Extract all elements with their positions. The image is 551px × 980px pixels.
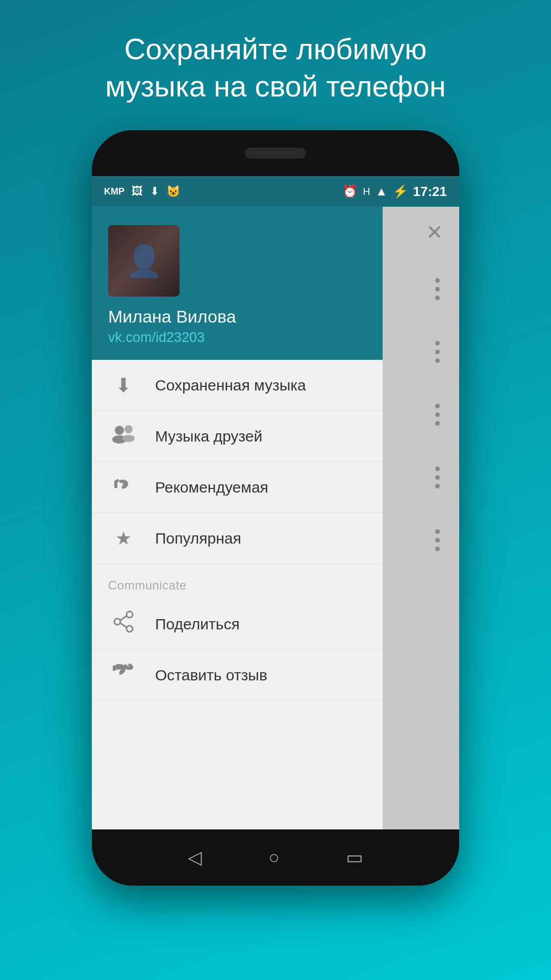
status-icons-right: ⏰ H ▲ ⚡ 17:21 [342,184,447,200]
profile-photo [108,225,180,297]
dot9 [435,421,440,426]
review-label: Оставить отзыв [155,667,267,684]
saved-music-icon: ⬇ [108,374,139,397]
dots-group-2[interactable] [435,341,440,363]
friends-music-icon [108,424,139,448]
close-button[interactable]: ✕ [414,212,455,253]
dot11 [435,475,440,480]
dots-group-1[interactable] [435,278,440,300]
nav-recent-button[interactable] [346,847,363,868]
phone-screen: KMP 🖼 ⬇ 😺 ⏰ H ▲ ⚡ 17:21 Милана Вилова [92,176,459,829]
status-bar: KMP 🖼 ⬇ 😺 ⏰ H ▲ ⚡ 17:21 [92,176,459,207]
popular-icon: ★ [108,528,139,549]
menu-item-recommended[interactable]: Рекомендуемая [92,462,383,513]
svg-point-4 [127,611,133,618]
menu-item-saved-music[interactable]: ⬇ Сохраненная музыка [92,360,383,411]
notify-icon: 😺 [166,185,180,198]
dot3 [435,296,440,300]
svg-line-8 [120,623,127,627]
clock: 17:21 [413,184,447,200]
review-icon [108,662,139,689]
drawer-header: Милана Вилова vk.com/id23203 [92,207,383,360]
communicate-label: Communicate [108,578,187,592]
image-icon: 🖼 [132,185,143,198]
alarm-icon: ⏰ [342,184,358,199]
signal-icon: ▲ [375,184,388,199]
page-heading: Сохраняйте любимую музыка на свой телефо… [64,0,487,130]
nav-back-button[interactable] [188,847,202,868]
dot12 [435,484,440,488]
dot6 [435,358,440,363]
dots-group-5[interactable] [435,529,440,551]
svg-point-0 [115,426,124,435]
menu-item-review[interactable]: Оставить отзыв [92,650,383,701]
profile-name: Милана Вилова [108,307,366,327]
dots-group-3[interactable] [435,404,440,426]
dot15 [435,547,440,551]
battery-icon: ⚡ [393,184,408,199]
nav-home-button[interactable] [268,847,280,868]
dot5 [435,350,440,354]
dot8 [435,412,440,417]
menu-section: ⬇ Сохраненная музыка [92,360,383,829]
phone-speaker [245,148,306,159]
right-panel: ✕ [383,207,459,829]
kmp-icon: KMP [104,186,124,197]
title-line2: музыка на свой телефон [105,69,446,103]
phone-top-bezel [92,130,459,176]
friends-music-label: Музыка друзей [155,428,262,445]
communicate-section-header: Communicate [92,564,383,599]
phone-frame: KMP 🖼 ⬇ 😺 ⏰ H ▲ ⚡ 17:21 Милана Вилова [92,130,459,886]
dots-group-4[interactable] [435,467,440,488]
svg-point-5 [114,619,120,625]
dot14 [435,538,440,543]
status-icons-left: KMP 🖼 ⬇ 😺 [104,185,180,198]
svg-line-7 [120,616,127,620]
screen-body: Милана Вилова vk.com/id23203 ⬇ Сохраненн… [92,207,459,829]
svg-point-6 [127,626,133,632]
download-icon: ⬇ [150,185,159,198]
menu-item-popular[interactable]: ★ Популярная [92,513,383,564]
svg-point-2 [124,425,133,433]
phone-bottom-bezel [92,829,459,886]
dot2 [435,287,440,291]
dot1 [435,278,440,283]
saved-music-label: Сохраненная музыка [155,377,306,394]
navigation-drawer: Милана Вилова vk.com/id23203 ⬇ Сохраненн… [92,207,383,829]
share-label: Поделиться [155,616,240,633]
menu-item-share[interactable]: Поделиться [92,599,383,650]
menu-item-friends-music[interactable]: Музыка друзей [92,411,383,462]
title-line1: Сохраняйте любимую [124,32,427,65]
popular-label: Популярная [155,530,241,547]
svg-point-3 [122,435,135,442]
profile-link[interactable]: vk.com/id23203 [108,330,366,346]
network-h-icon: H [363,186,370,198]
dot7 [435,404,440,408]
recommended-icon [108,474,139,501]
dot13 [435,529,440,534]
share-icon [108,610,139,638]
recommended-label: Рекомендуемая [155,479,268,496]
dot4 [435,341,440,346]
dot10 [435,467,440,471]
